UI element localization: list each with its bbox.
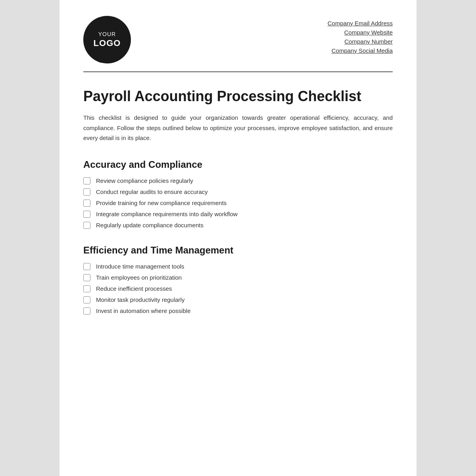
company-logo: YOUR LOGO (83, 16, 131, 63)
checklist-item-label: Provide training for new compliance requ… (96, 200, 226, 206)
company-info-item: Company Social Media (328, 47, 393, 54)
list-item: Regularly update compliance documents (83, 222, 393, 229)
checklist-item-label: Regularly update compliance documents (96, 222, 203, 228)
checkbox-icon[interactable] (83, 263, 90, 270)
list-item: Integrate compliance requirements into d… (83, 211, 393, 218)
header: YOUR LOGO Company Email AddressCompany W… (83, 16, 393, 63)
list-item: Train employees on prioritization (83, 274, 393, 281)
company-info-item: Company Email Address (328, 20, 393, 27)
document-page: YOUR LOGO Company Email AddressCompany W… (60, 0, 416, 476)
checklist-item-label: Integrate compliance requirements into d… (96, 211, 238, 217)
header-divider (83, 71, 393, 72)
checklist-item-label: Invest in automation where possible (96, 307, 190, 314)
section-title: Efficiency and Time Management (83, 245, 393, 256)
checklist-section: Accuracy and ComplianceReview compliance… (83, 159, 393, 229)
checkbox-icon[interactable] (83, 307, 90, 315)
checklist-item-label: Conduct regular audits to ensure accurac… (96, 188, 208, 195)
document-description: This checklist is designed to guide your… (83, 113, 393, 143)
checkbox-icon[interactable] (83, 222, 90, 229)
list-item: Reduce inefficient processes (83, 285, 393, 292)
logo-line2: LOGO (94, 38, 121, 49)
checkbox-icon[interactable] (83, 188, 90, 196)
checklist-list: Introduce time management toolsTrain emp… (83, 263, 393, 315)
checkbox-icon[interactable] (83, 285, 90, 292)
list-item: Provide training for new compliance requ… (83, 200, 393, 207)
checkbox-icon[interactable] (83, 296, 90, 303)
company-info-item: Company Number (328, 38, 393, 45)
checkbox-icon[interactable] (83, 211, 90, 218)
list-item: Introduce time management tools (83, 263, 393, 270)
section-title: Accuracy and Compliance (83, 159, 393, 170)
list-item: Monitor task productivity regularly (83, 296, 393, 303)
checklist-item-label: Reduce inefficient processes (96, 285, 172, 292)
company-info-item: Company Website (328, 29, 393, 36)
checklist-item-label: Train employees on prioritization (96, 274, 182, 281)
company-info-block: Company Email AddressCompany WebsiteComp… (328, 16, 393, 56)
checklist-item-label: Review compliance policies regularly (96, 177, 193, 184)
checklist-section: Efficiency and Time ManagementIntroduce … (83, 245, 393, 315)
list-item: Conduct regular audits to ensure accurac… (83, 188, 393, 196)
logo-line1: YOUR (98, 31, 116, 38)
document-title: Payroll Accounting Processing Checklist (83, 88, 393, 105)
checklist-item-label: Introduce time management tools (96, 263, 184, 270)
checklist-item-label: Monitor task productivity regularly (96, 296, 184, 303)
list-item: Invest in automation where possible (83, 307, 393, 315)
checklist-list: Review compliance policies regularlyCond… (83, 177, 393, 229)
checkbox-icon[interactable] (83, 200, 90, 207)
list-item: Review compliance policies regularly (83, 177, 393, 184)
checkbox-icon[interactable] (83, 274, 90, 281)
sections-container: Accuracy and ComplianceReview compliance… (83, 159, 393, 315)
checkbox-icon[interactable] (83, 177, 90, 184)
